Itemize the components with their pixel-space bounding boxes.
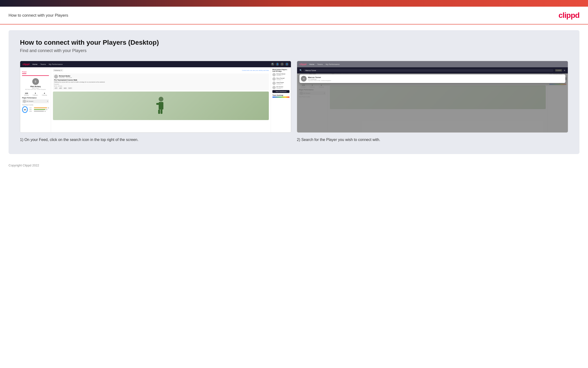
ott-label: OTT: [29, 107, 34, 109]
post-header: Richard Butler Yesterday · The Grove: [54, 75, 268, 78]
result-avatar: M: [301, 76, 307, 82]
following-dropdown[interactable]: Following ▼: [53, 69, 63, 72]
result-name: Marcus Turner: [308, 76, 331, 78]
user-icon[interactable]: 👤: [276, 63, 279, 66]
post-author-info: Richard Butler Yesterday · The Grove: [59, 75, 72, 78]
following-num: 4: [42, 92, 47, 94]
active-av-1: [272, 73, 276, 76]
post-date: Yesterday · The Grove: [59, 77, 72, 78]
followers-label: Followers: [33, 94, 38, 96]
mini-profile: B Blair McHarg Golf Coach Mill Ride Golf…: [22, 77, 49, 91]
mini-right-1: Most Active Players - Last 30 days Richa…: [271, 67, 291, 132]
main-heading: How to connect with your Players (Deskto…: [20, 39, 568, 46]
mini-logo-1: clippd: [23, 63, 29, 66]
arg-bar: [34, 111, 44, 111]
search-overlay: 🔍 Marcus Turner CLEAR ✕ M: [297, 67, 568, 132]
active-info-4: Eli Vincent Activities: 1: [276, 86, 283, 89]
main-content: How to connect with your Players (Deskto…: [9, 30, 579, 154]
app-val: 70: [46, 109, 47, 110]
mini-center-1: Following ▼ Control who can see your act…: [51, 67, 271, 132]
search-result-1[interactable]: M Marcus Turner 1-5 Handicap Cypress Poi…: [301, 76, 564, 82]
footer: Copyright Clippd 2022: [0, 160, 588, 171]
mini-nav-2: clippd Home Teams My Performance: [297, 61, 568, 67]
player-perf-title-left: Player Performance: [22, 97, 49, 99]
screenshot2-card: clippd Home Teams My Performance B Blair…: [297, 61, 568, 133]
active-info-2: Piers Parnell Activities: 4: [276, 77, 284, 80]
search-bar: 🔍 Marcus Turner CLEAR ✕: [297, 67, 568, 74]
post-avatar: [54, 75, 58, 78]
mini-nav-home-2: Home: [309, 63, 314, 65]
search-input[interactable]: Marcus Turner: [304, 69, 553, 72]
tag-app: APP: [59, 87, 62, 89]
screenshot2-ui: clippd Home Teams My Performance B Blair…: [297, 61, 568, 132]
active-acts-1: Activities: 7: [276, 75, 285, 76]
heatmap-title: Team Heatmap: [272, 94, 290, 96]
quality-app: APP 70: [29, 109, 49, 110]
stat-following: 4 Following: [42, 92, 47, 96]
ott-val: 79: [47, 107, 49, 109]
active-av-3: [272, 82, 276, 85]
svg-point-0: [159, 97, 163, 101]
active-av-2: [272, 77, 276, 81]
ott-bar: [34, 107, 47, 108]
mini-nav-teams: Teams: [40, 63, 46, 65]
activities-num: 129: [24, 92, 29, 94]
tag-arg: ARG: [63, 87, 67, 89]
search-dropdown: M Marcus Turner 1-5 Handicap Cypress Poi…: [299, 74, 565, 83]
clear-button[interactable]: CLEAR: [555, 69, 562, 72]
gear-icon[interactable]: ⚙: [281, 63, 284, 66]
close-button[interactable]: ✕: [563, 69, 565, 72]
result-info: Marcus Turner 1-5 Handicap Cypress Point…: [308, 76, 331, 81]
screenshot1-ui: clippd Home Teams My Performance 🔍 👤 ⚙ 👤: [20, 61, 291, 132]
player-dropdown[interactable]: Eli Vincent ▼: [22, 99, 49, 103]
mini-left-1: Feed B Blair McHarg Golf Coach Mill Ride…: [20, 67, 51, 132]
team-dashboard-btn[interactable]: Team Dashboard: [272, 90, 290, 93]
avatar-icon[interactable]: 👤: [285, 63, 289, 66]
followers-num: 3: [33, 92, 38, 94]
app-bar: [34, 109, 45, 110]
quality-ott: OTT 79: [29, 107, 49, 109]
svg-rect-3: [158, 110, 160, 114]
tag-putt: PUTT: [68, 87, 72, 89]
mini-nav-teams-2: Teams: [317, 63, 323, 65]
active-player-4: Eli Vincent Activities: 1: [272, 86, 290, 89]
following-label: Following: [54, 70, 60, 71]
active-acts-3: Activities: 3: [276, 83, 284, 85]
svg-rect-4: [160, 110, 162, 114]
post-desc: Walking the course with my coach to buil…: [54, 81, 268, 83]
arg-val: 61: [44, 110, 46, 112]
profile-name: Blair McHarg: [22, 86, 49, 87]
active-player-2: Piers Parnell Activities: 4: [272, 77, 290, 81]
stat-activities: 129 Activities: [24, 92, 29, 96]
mini-post-1: Richard Butler Yesterday · The Grove Pre…: [53, 74, 269, 90]
mini-logo-2: clippd: [299, 63, 306, 66]
score-circle: 84: [22, 106, 28, 113]
mini-nav-home: Home: [32, 63, 37, 65]
screenshot2-wrap: clippd Home Teams My Performance B Blair…: [297, 61, 568, 143]
control-who-text: Control who can see your activity and da…: [242, 70, 269, 71]
stat-followers: 3 Followers: [33, 92, 38, 96]
mini-body-1: Feed B Blair McHarg Golf Coach Mill Ride…: [20, 67, 291, 132]
active-info-1: Richard Butler Activities: 7: [276, 73, 285, 76]
total-quality-label: Total Player Quality: [22, 104, 49, 106]
mini-stats: 129 Activities 3 Followers 4 Following: [22, 92, 49, 96]
screenshot1-card: clippd Home Teams My Performance 🔍 👤 ⚙ 👤: [20, 61, 291, 133]
search-magnifier-icon: 🔍: [299, 69, 302, 72]
feed-tab: Feed: [22, 71, 26, 74]
mini-nav-1: clippd Home Teams My Performance 🔍 👤 ⚙ 👤: [20, 61, 291, 67]
top-bar: [0, 0, 588, 7]
active-acts-4: Activities: 1: [276, 87, 283, 89]
following-label: Following: [42, 94, 47, 96]
most-active-title: Most Active Players - Last 30 days: [272, 69, 290, 72]
result-club: Cypress Point Club, United Kingdom: [308, 80, 331, 81]
post-title: Pre Tournament Course Walk: [54, 79, 268, 81]
active-player-3: Hiral Pujara Activities: 3: [272, 82, 290, 85]
caption-2: 2) Search for the Player you wish to con…: [297, 137, 568, 143]
search-icon[interactable]: 🔍: [271, 63, 274, 66]
active-acts-2: Activities: 4: [276, 79, 284, 80]
dropdown-player-name: Eli Vincent: [26, 101, 33, 102]
avatar-1: B: [32, 78, 39, 85]
page-title: How to connect with your Players: [9, 13, 68, 18]
activities-label: Activities: [24, 94, 29, 96]
active-av-4: [272, 86, 276, 89]
